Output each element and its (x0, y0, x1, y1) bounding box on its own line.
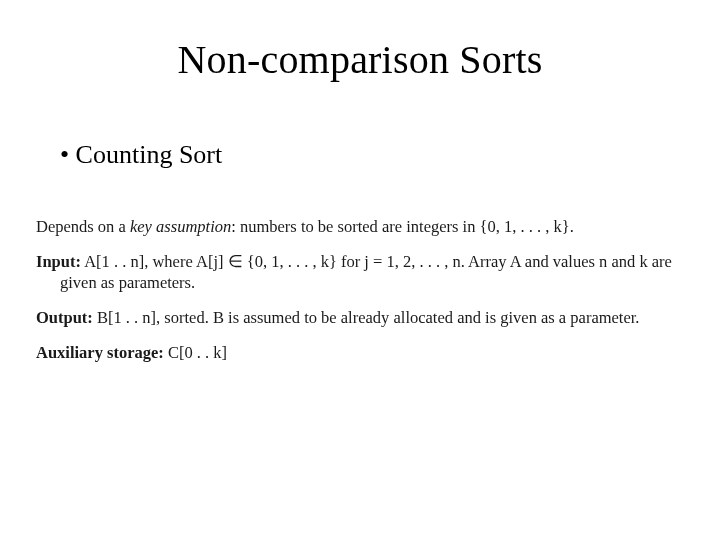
label-aux: Auxiliary storage: (36, 343, 164, 362)
label-input: Input: (36, 252, 81, 271)
text: A[1 . . n], where A[j] ∈ {0, 1, . . . , … (60, 252, 672, 292)
slide: Non-comparison Sorts Counting Sort Depen… (0, 0, 720, 540)
bullet-list: Counting Sort (60, 140, 660, 170)
text: B[1 . . n], sorted. B is assumed to be a… (93, 308, 640, 327)
def-aux-storage: Auxiliary storage: C[0 . . k] (36, 342, 684, 363)
label-output: Output: (36, 308, 93, 327)
text: Depends on a (36, 217, 130, 236)
def-input: Input: A[1 . . n], where A[j] ∈ {0, 1, .… (36, 251, 684, 293)
text: C[0 . . k] (164, 343, 227, 362)
key-assumption-phrase: key assumption (130, 217, 231, 236)
text: : numbers to be sorted are integers in {… (231, 217, 574, 236)
definitions: Depends on a key assumption: numbers to … (36, 216, 684, 378)
def-output: Output: B[1 . . n], sorted. B is assumed… (36, 307, 684, 328)
def-assumption: Depends on a key assumption: numbers to … (36, 216, 684, 237)
bullet-item: Counting Sort (60, 140, 660, 170)
slide-title: Non-comparison Sorts (0, 36, 720, 83)
